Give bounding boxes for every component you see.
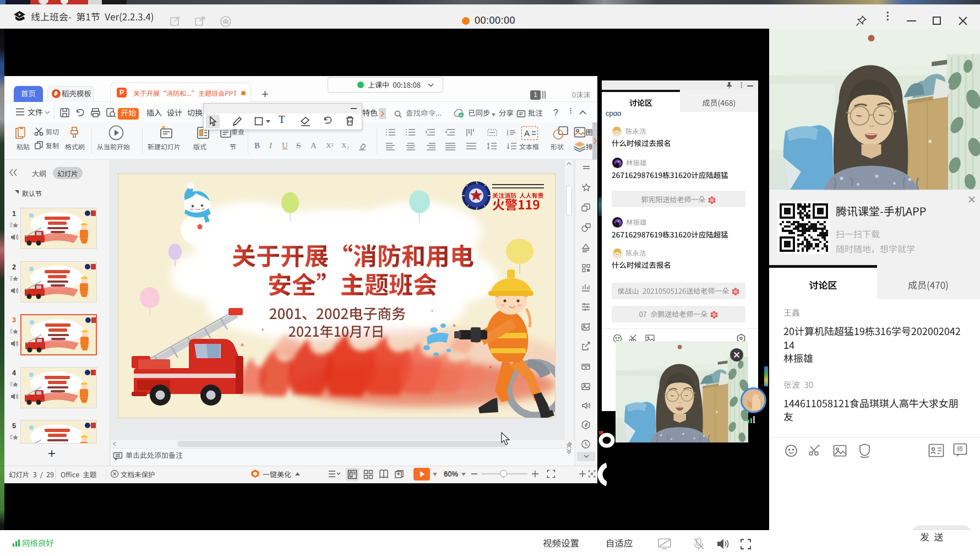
svg-text:A: A: [524, 128, 530, 138]
